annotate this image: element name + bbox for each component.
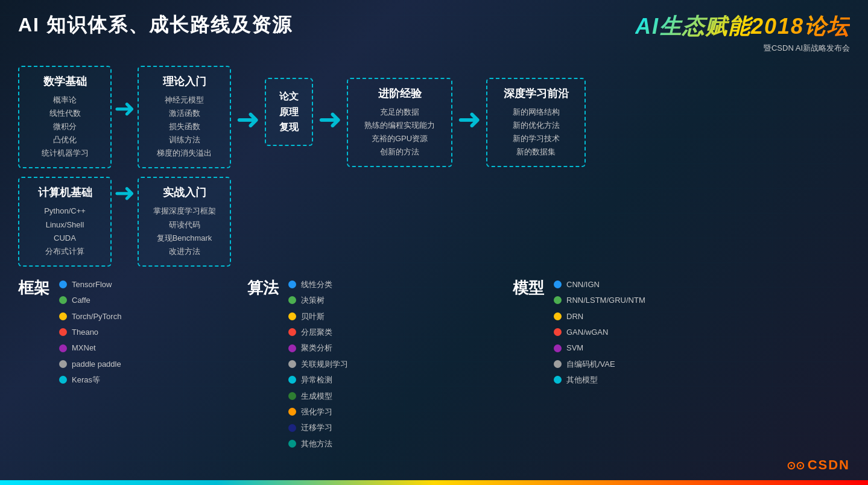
dot-blue-2 (288, 281, 296, 288)
algo-assoc: 关联规则学习 (288, 357, 348, 371)
algorithms-section: 算法 线性分类 决策树 贝叶斯 分层聚类 (247, 277, 489, 451)
framework-name: paddle paddle (72, 357, 121, 371)
model-name: 其他模型 (566, 373, 598, 387)
dot-green-2 (288, 296, 296, 304)
algo-anomaly: 异常检测 (288, 373, 348, 387)
practice-items: 掌握深度学习框架研读代码复现Benchmark改进方法 (148, 204, 220, 258)
computer-items: Python/C++Linux/ShellCUDA分布式计算 (29, 204, 101, 258)
theory-title: 理论入门 (148, 74, 220, 89)
dot-cyan-3 (554, 376, 562, 384)
model-svm: SVM (554, 341, 645, 355)
algo-name: 其他方法 (301, 437, 332, 451)
math-items: 概率论线性代数微积分凸优化统计机器学习 (29, 94, 101, 160)
dot-green-3 (554, 296, 562, 304)
dot-purple-3 (554, 344, 562, 352)
dot-orange (288, 408, 296, 416)
algo-cluster: 分层聚类 (288, 325, 348, 339)
algo-cluster2: 聚类分析 (288, 341, 348, 355)
logo-area: AI生态赋能2018论坛 暨CSDN AI新战略发布会 (635, 12, 850, 54)
model-name: SVM (566, 341, 583, 355)
csdn-icon-circles: ⊙⊙ (787, 460, 808, 472)
computer-title: 计算机基础 (29, 185, 101, 200)
framework-torch: Torch/PyTorch (59, 309, 121, 323)
theory-items: 神经元模型激活函数损失函数训练方法梯度的消失溢出 (148, 94, 220, 160)
practice-title: 实战入门 (148, 185, 220, 200)
deep-items: 新的网络结构新的优化方法新的学习技术新的数据集 (497, 106, 575, 159)
model-gan: GAN/wGAN (554, 325, 645, 339)
framework-mxnet: MXNet (59, 341, 121, 355)
col1: 数学基础 概率论线性代数微积分凸优化统计机器学习 计算机基础 Python/C+… (18, 66, 112, 267)
theory-box: 理论入门 神经元模型激活函数损失函数训练方法梯度的消失溢出 (138, 66, 231, 168)
models-section: 模型 CNN/IGN RNN/LSTM/GRU/NTM DRN GAN/wGAN (513, 277, 766, 387)
model-name: GAN/wGAN (566, 325, 608, 339)
model-name: DRN (566, 309, 583, 323)
computer-box: 计算机基础 Python/C++Linux/ShellCUDA分布式计算 (18, 177, 112, 266)
arrow-right-icon-4: ➜ (318, 102, 342, 136)
frameworks-list: TensorFlow Caffe Torch/PyTorch Theano MX… (59, 277, 121, 387)
arrow-1-top: ➜ (114, 94, 135, 123)
model-vae: 自编码机/VAE (554, 357, 645, 371)
adv-title: 进阶经验 (358, 86, 442, 101)
framework-theano: Theano (59, 325, 121, 339)
algo-name: 关联规则学习 (301, 357, 348, 371)
practice-box: 实战入门 掌握深度学习框架研读代码复现Benchmark改进方法 (138, 177, 231, 266)
model-cnn: CNN/IGN (554, 277, 645, 291)
algorithms-title: 算法 (247, 277, 279, 299)
model-name: 自编码机/VAE (566, 357, 615, 371)
arrow-right-icon-2: ➜ (114, 178, 135, 208)
bottom-section: 框架 TensorFlow Caffe Torch/PyTorch Theano (18, 277, 850, 451)
algo-other: 其他方法 (288, 437, 348, 451)
col2: 理论入门 神经元模型激活函数损失函数训练方法梯度的消失溢出 实战入门 掌握深度学… (138, 66, 231, 267)
arrow-right-icon: ➜ (114, 94, 135, 123)
algo-name: 生成模型 (301, 389, 332, 403)
algo-name: 决策树 (301, 293, 325, 307)
model-drn: DRN (554, 309, 645, 323)
adv-items: 充足的数据熟练的编程实现能力充裕的GPU资源创新的方法 (358, 106, 442, 159)
algo-gen: 生成模型 (288, 389, 348, 403)
framework-name: Torch/PyTorch (72, 309, 121, 323)
arrow-3: ➜ (313, 102, 347, 136)
page-title: AI 知识体系、成长路线及资源 (18, 12, 293, 39)
dot-cyan-2 (288, 376, 296, 384)
dot-blue-3 (554, 281, 562, 288)
model-other: 其他模型 (554, 373, 645, 387)
algo-name: 聚类分析 (301, 341, 332, 355)
algo-tree: 决策树 (288, 293, 348, 307)
algo-transfer: 迁移学习 (288, 420, 348, 434)
algo-name: 线性分类 (301, 277, 332, 291)
models-list: CNN/IGN RNN/LSTM/GRU/NTM DRN GAN/wGAN SV… (554, 277, 645, 387)
header: AI 知识体系、成长路线及资源 AI生态赋能2018论坛 暨CSDN AI新战略… (18, 12, 850, 54)
algo-linear: 线性分类 (288, 277, 348, 291)
algo-name: 强化学习 (301, 405, 332, 419)
dot-purple-2 (288, 344, 296, 352)
frameworks-section: 框架 TensorFlow Caffe Torch/PyTorch Theano (18, 277, 223, 387)
algo-name: 异常检测 (301, 373, 332, 387)
dot-cyan (59, 376, 67, 384)
dot-blue (59, 281, 67, 288)
algo-name: 迁移学习 (301, 420, 332, 434)
deep-box: 深度学习前沿 新的网络结构新的优化方法新的学习技术新的数据集 (486, 78, 586, 167)
framework-name: Theano (72, 325, 98, 339)
framework-name: Caffe (72, 293, 90, 307)
model-name: RNN/LSTM/GRU/NTM (566, 293, 645, 307)
dot-teal (288, 440, 296, 448)
arrow-right-icon-5: ➜ (457, 102, 481, 136)
model-rnn: RNN/LSTM/GRU/NTM (554, 293, 645, 307)
main-content: AI 知识体系、成长路线及资源 AI生态赋能2018论坛 暨CSDN AI新战略… (0, 0, 868, 485)
dot-yellow-3 (554, 312, 562, 320)
dot-green (59, 296, 67, 304)
paper-box: 论文原理复现 (265, 78, 313, 146)
math-box: 数学基础 概率论线性代数微积分凸优化统计机器学习 (18, 66, 112, 168)
frameworks-title: 框架 (18, 277, 49, 299)
arrow-right-icon-3: ➜ (236, 102, 260, 136)
dot-dark-green (288, 392, 296, 400)
math-title: 数学基础 (29, 74, 101, 89)
dot-dark-blue (288, 424, 296, 432)
deep-title: 深度学习前沿 (497, 86, 575, 101)
framework-caffe: Caffe (59, 293, 121, 307)
dot-yellow (59, 312, 67, 320)
flow-area: 数学基础 概率论线性代数微积分凸优化统计机器学习 计算机基础 Python/C+… (18, 66, 850, 267)
algo-name: 贝叶斯 (301, 309, 325, 323)
adv-box: 进阶经验 充足的数据熟练的编程实现能力充裕的GPU资源创新的方法 (347, 78, 452, 167)
dot-red-2 (288, 328, 296, 336)
